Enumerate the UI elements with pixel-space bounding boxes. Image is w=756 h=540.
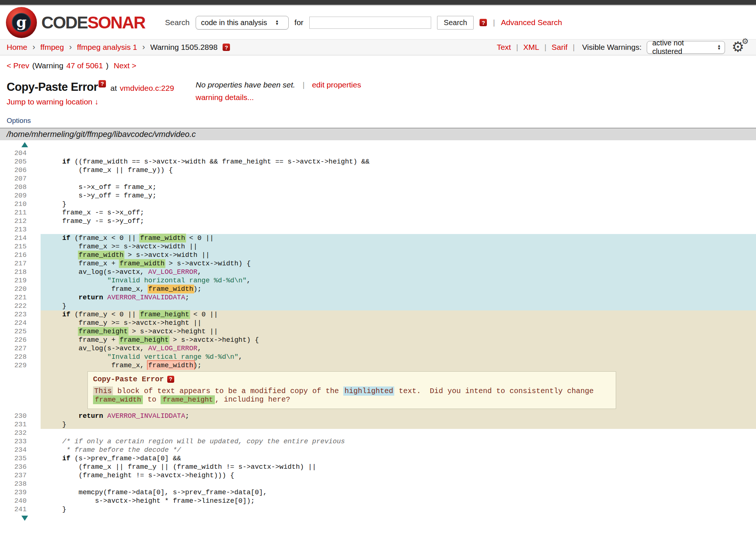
line-number: 223 bbox=[0, 310, 41, 319]
search-input[interactable] bbox=[309, 17, 431, 29]
scroll-up-row bbox=[0, 140, 756, 149]
message-highlight: frame_height bbox=[161, 395, 215, 404]
code-text: } bbox=[41, 505, 756, 514]
breadcrumb-analysis[interactable]: ffmpeg analysis 1 bbox=[77, 43, 137, 52]
breadcrumb-ffmpeg[interactable]: ffmpeg bbox=[40, 43, 64, 52]
message-highlight: frame_width bbox=[93, 395, 143, 404]
sarif-format-link[interactable]: Sarif bbox=[551, 43, 567, 52]
codesonar-logo-icon: g bbox=[6, 7, 37, 38]
message-highlight: This bbox=[93, 386, 113, 396]
search-button[interactable]: Search bbox=[437, 16, 474, 30]
line-number: 233 bbox=[0, 437, 41, 446]
code-text: /* if only a certain region will be upda… bbox=[41, 437, 756, 446]
line-number: 234 bbox=[0, 446, 41, 454]
line-number: 217 bbox=[0, 259, 41, 268]
code-line-231: 231 } bbox=[0, 420, 756, 429]
inline-warning-help-icon[interactable]: ? bbox=[167, 376, 174, 383]
options-link[interactable]: Options bbox=[7, 117, 31, 125]
code-line-209: 209 s->y_off = frame_y; bbox=[0, 192, 756, 200]
divider: | bbox=[493, 18, 495, 27]
code-line-238: 238 bbox=[0, 480, 756, 488]
title-help-icon[interactable]: ? bbox=[99, 80, 106, 87]
code-text: av_log(s->avctx, AV_LOG_ERROR, bbox=[41, 268, 756, 276]
code-text: s->y_off = frame_y; bbox=[41, 192, 756, 200]
search-help-icon[interactable]: ? bbox=[480, 19, 487, 26]
for-label: for bbox=[295, 18, 304, 27]
code-text: frame_height > s->avctx->height || bbox=[41, 327, 756, 336]
warning-count-link[interactable]: 47 of 5061 bbox=[66, 61, 103, 70]
line-number: 237 bbox=[0, 471, 41, 480]
code-line-217: 217 frame_x + frame_width > s->avctx->wi… bbox=[0, 259, 756, 268]
line-number: 222 bbox=[0, 302, 41, 310]
edit-properties-link[interactable]: edit properties bbox=[312, 80, 361, 89]
line-number: 231 bbox=[0, 420, 41, 429]
breadcrumb: Home › ffmpeg › ffmpeg analysis 1 › Warn… bbox=[7, 42, 230, 52]
warning-details-link[interactable]: warning details... bbox=[196, 93, 254, 102]
breadcrumb-bar: Home › ffmpeg › ffmpeg analysis 1 › Warn… bbox=[0, 39, 756, 55]
code-text: if (frame_x < 0 || frame_width < 0 || bbox=[41, 234, 756, 243]
code-line-225: 225 frame_height > s->avctx->height || bbox=[0, 327, 756, 336]
code-line-213: 213 bbox=[0, 226, 756, 234]
code-text: if (frame_y < 0 || frame_height < 0 || bbox=[41, 310, 756, 319]
code-line-226: 226 frame_y + frame_height > s->avctx->h… bbox=[0, 336, 756, 344]
breadcrumb-current: Warning 1505.2898 bbox=[150, 43, 218, 52]
code-line-212: 212 frame_y -= s->y_off; bbox=[0, 217, 756, 226]
line-number: 210 bbox=[0, 200, 41, 209]
highlighted-token: frame_height bbox=[120, 336, 169, 344]
scroll-up-arrow[interactable] bbox=[21, 142, 28, 147]
xml-format-link[interactable]: XML bbox=[523, 43, 539, 52]
code-text: memcpy(frame->data[0], s->prev_frame->da… bbox=[41, 488, 756, 497]
code-text: frame_x, frame_width); bbox=[41, 285, 756, 293]
line-number: 207 bbox=[0, 175, 41, 183]
search-bar: Search code in this analysis ▲▼ for Sear… bbox=[165, 16, 562, 30]
code-line-224: 224 frame_y >= s->avctx->height || bbox=[0, 319, 756, 327]
inline-warning-box: Copy-Paste Error?This block of text appe… bbox=[87, 371, 616, 409]
code-text: (frame_x || frame_y)) { bbox=[41, 166, 756, 175]
code-line-216: 216 frame_width > s->avctx->width || bbox=[0, 251, 756, 259]
line-number: 220 bbox=[0, 285, 41, 293]
code-text: } bbox=[41, 302, 756, 310]
highlighted-token: frame_height bbox=[140, 311, 189, 319]
codesonar-logo[interactable]: g CODESONAR bbox=[6, 7, 145, 38]
code-text: "Invalid vertical range %d-%d\n", bbox=[41, 353, 756, 361]
visible-warnings-select[interactable]: active not clustered ▲▼ bbox=[647, 41, 725, 54]
at-label: at bbox=[110, 84, 117, 93]
logo-g-glyph: g bbox=[16, 13, 27, 30]
code-text: frame_y + frame_height > s->avctx->heigh… bbox=[41, 336, 756, 344]
warning-location-link[interactable]: vmdvideo.c:229 bbox=[120, 84, 174, 93]
codesonar-wordmark: CODESONAR bbox=[41, 13, 145, 32]
breadcrumb-home[interactable]: Home bbox=[7, 43, 27, 52]
settings-gear-icon[interactable]: ⚙⚙ bbox=[732, 39, 749, 55]
code-line-239: 239 memcpy(frame->data[0], s->prev_frame… bbox=[0, 488, 756, 497]
pager-suffix: ) bbox=[106, 61, 109, 70]
advanced-search-link[interactable]: Advanced Search bbox=[501, 18, 562, 27]
scroll-down-arrow[interactable] bbox=[21, 516, 28, 521]
jump-to-warning-link[interactable]: Jump to warning location ↓ bbox=[7, 97, 99, 106]
line-number: 213 bbox=[0, 226, 41, 234]
code-text: frame_x -= s->x_off; bbox=[41, 209, 756, 217]
code-text bbox=[41, 429, 756, 437]
inline-warning-title: Copy-Paste Error? bbox=[93, 375, 611, 383]
next-warning-link[interactable]: Next > bbox=[114, 61, 136, 70]
code-line-222: 222 } bbox=[0, 302, 756, 310]
code-text: frame_width > s->avctx->width || bbox=[41, 251, 756, 259]
code-text bbox=[41, 149, 756, 158]
code-text: return AVERROR_INVALIDDATA; bbox=[41, 293, 756, 302]
code-line-206: 206 (frame_x || frame_y)) { bbox=[0, 166, 756, 175]
code-text: s->x_off = frame_x; bbox=[41, 183, 756, 192]
code-line-215: 215 frame_x >= s->avctx->width || bbox=[0, 243, 756, 251]
warning-help-icon[interactable]: ? bbox=[223, 44, 230, 51]
line-number: 221 bbox=[0, 293, 41, 302]
code-text: } bbox=[41, 420, 756, 429]
code-text: frame_x + frame_width > s->avctx->width)… bbox=[41, 259, 756, 268]
code-line-234: 234 * frame before the decode */ bbox=[0, 446, 756, 454]
code-text bbox=[41, 175, 756, 183]
visible-warnings-label: Visible Warnings: bbox=[582, 43, 642, 52]
prev-warning-link[interactable]: < Prev bbox=[7, 61, 29, 70]
pager-prefix: (Warning bbox=[32, 61, 63, 70]
search-scope-select[interactable]: code in this analysis ▲▼ bbox=[196, 16, 289, 30]
code-line-220: 220 frame_x, frame_width); bbox=[0, 285, 756, 293]
text-format-link[interactable]: Text bbox=[497, 43, 511, 52]
highlighted-token: frame_width bbox=[148, 362, 193, 369]
highlighted-token: frame_width bbox=[148, 285, 193, 293]
